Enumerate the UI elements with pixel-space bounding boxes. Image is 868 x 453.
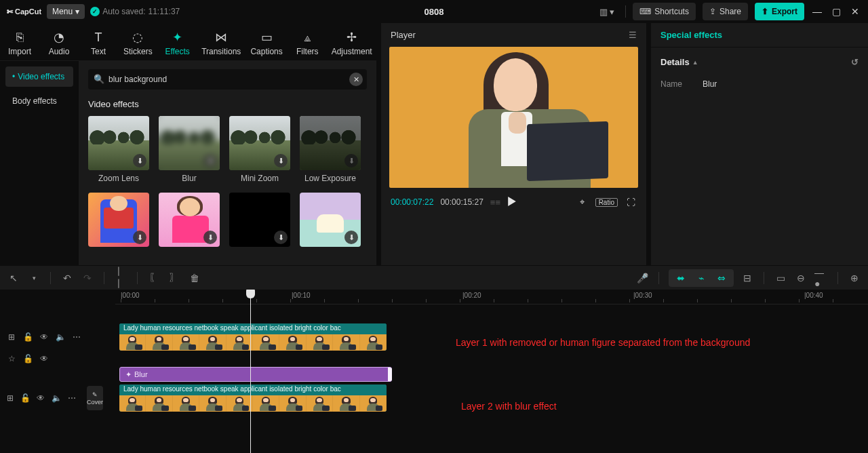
window-minimize[interactable]: — xyxy=(811,6,823,17)
more-icon[interactable]: ⋯ xyxy=(72,332,81,342)
app-logo: ✄ CapCut xyxy=(7,7,41,16)
sidebar-item-body-effects[interactable]: Body effects xyxy=(5,91,73,111)
download-icon[interactable]: ⬇ xyxy=(274,231,288,244)
download-icon[interactable]: ⬇ xyxy=(274,154,288,168)
zoom-out-icon[interactable]: ⊖ xyxy=(794,271,808,285)
zoom-slider[interactable]: —● xyxy=(814,271,828,285)
star-icon[interactable]: ☆ xyxy=(7,354,16,363)
ruler-label: |00:10 xyxy=(292,292,311,299)
delete-icon[interactable]: 🗑 xyxy=(188,271,201,285)
pointer-dropdown-icon[interactable]: ▾ xyxy=(27,271,41,285)
track-row-2: ⊞ 🔓 👁 🔈 ⋯ ✎ Cover Lady human resources n… xyxy=(0,383,868,413)
snap-icon[interactable]: ⬌ xyxy=(674,271,688,285)
zoom-in-icon[interactable]: ⊕ xyxy=(848,271,861,285)
download-icon[interactable]: ⬇ xyxy=(133,154,146,168)
export-button[interactable]: ⬆ Export xyxy=(755,3,804,20)
timeline-toolbar: ↖ ▾ ↶ ↷ 〡〡 〖 〗 🗑 🎤 ⬌ ⌁ ⇔ ⊟ ▭ ⊖ —● ⊕ xyxy=(0,265,868,290)
tab-import[interactable]: ⎘Import xyxy=(0,26,39,60)
tab-stickers[interactable]: ◌Stickers xyxy=(118,26,158,60)
share-button[interactable]: ⇪ Share xyxy=(703,3,748,20)
effects-icon: ✦ xyxy=(170,30,185,45)
split-icon[interactable]: 〡〡 xyxy=(114,271,127,285)
current-time: 00:00:07:22 xyxy=(391,197,433,207)
tab-filters[interactable]: ⟁Filters xyxy=(288,26,327,60)
clear-search-button[interactable]: ✕ xyxy=(349,73,363,86)
window-close[interactable]: ✕ xyxy=(849,6,861,17)
download-icon[interactable]: ⬇ xyxy=(203,231,217,244)
effect-thumb-blur[interactable]: ⬇Blur xyxy=(159,116,220,183)
video-clip-2[interactable]: Lady human resources netbook speak appli… xyxy=(119,385,387,412)
effect-thumb-item-4[interactable]: ⬇ xyxy=(88,193,149,247)
playhead[interactable] xyxy=(250,290,251,453)
chevron-up-icon[interactable]: ▲ xyxy=(692,59,698,66)
search-input[interactable] xyxy=(88,69,367,90)
expand-icon[interactable]: ⊞ xyxy=(7,332,16,342)
player-menu-icon[interactable]: ☰ xyxy=(629,30,637,40)
ratio-button[interactable]: Ratio xyxy=(595,198,618,207)
effect-thumb-item-5[interactable]: ⬇ xyxy=(159,193,220,247)
more-icon[interactable]: ⋯ xyxy=(68,393,76,403)
cover-button[interactable]: ✎ Cover xyxy=(87,386,103,410)
visibility-icon[interactable]: 👁 xyxy=(39,332,49,342)
effect-thumb-mini-zoom[interactable]: ⬇Mini Zoom xyxy=(229,116,290,183)
window-maximize[interactable]: ▢ xyxy=(830,6,842,17)
timeline-area[interactable]: |00:00|00:10|00:20|00:30|00:40 ⊞ 🔓 👁 🔈 ⋯… xyxy=(0,290,868,453)
tab-effects[interactable]: ✦Effects xyxy=(158,26,197,60)
trim-left-icon[interactable]: 〖 xyxy=(147,271,161,285)
effect-thumb-zoom-lens[interactable]: ⬇Zoom Lens xyxy=(88,116,149,183)
effect-thumb-item-7[interactable]: ⬇ xyxy=(300,193,361,247)
fullscreen-icon[interactable]: ⛶ xyxy=(625,196,637,208)
audio-icon[interactable]: 🔈 xyxy=(56,332,65,342)
player-panel: Player ☰ 00:00:07:22 00:00:15:27 ≡≡ ⌖ Ra… xyxy=(380,23,647,265)
check-icon: ✓ xyxy=(90,7,100,16)
time-ruler[interactable]: |00:00|00:10|00:20|00:30|00:40 xyxy=(115,290,868,304)
effect-clip-blur[interactable]: ✦ Blur xyxy=(119,367,392,382)
download-icon[interactable]: ⬇ xyxy=(203,154,217,168)
play-button[interactable] xyxy=(507,197,517,208)
redo-icon[interactable]: ↷ xyxy=(81,271,94,285)
menu-button[interactable]: Menu ▾ xyxy=(47,4,85,19)
name-value: Blur xyxy=(703,79,717,89)
audio-icon[interactable]: 🔈 xyxy=(52,393,61,403)
magnet-icon[interactable]: ⌁ xyxy=(694,271,708,285)
search-icon: 🔍 xyxy=(94,74,104,84)
visibility-icon[interactable]: 👁 xyxy=(37,393,45,403)
trim-right-icon[interactable]: 〗 xyxy=(167,271,181,285)
tab-text[interactable]: TText xyxy=(79,26,118,60)
lock-icon[interactable]: 🔓 xyxy=(23,332,33,342)
captions-icon: ▭ xyxy=(259,30,274,45)
shortcuts-button[interactable]: ⌨ Shortcuts xyxy=(633,3,696,20)
clip-handle-right[interactable] xyxy=(388,368,392,381)
preview-mode-icon[interactable]: ▭ xyxy=(774,271,787,285)
download-icon[interactable]: ⬇ xyxy=(133,231,146,244)
export-icon: ⬆ xyxy=(762,7,768,16)
expand-icon[interactable]: ⊞ xyxy=(7,393,14,403)
tab-captions[interactable]: ▭Captions xyxy=(245,26,288,60)
lock-icon[interactable]: 🔓 xyxy=(20,393,30,403)
effect-thumb-low-exposure[interactable]: ⬇Low Exposure xyxy=(300,116,361,183)
lock-icon[interactable]: 🔓 xyxy=(23,354,33,363)
mic-icon[interactable]: 🎤 xyxy=(635,271,649,285)
properties-panel: Special effects Details ▲ ↺ Name Blur xyxy=(651,23,868,265)
levels-icon[interactable]: ≡≡ xyxy=(490,197,500,208)
download-icon[interactable]: ⬇ xyxy=(344,231,358,244)
reset-icon[interactable]: ↺ xyxy=(851,57,859,67)
pointer-tool-icon[interactable]: ↖ xyxy=(7,271,20,285)
download-icon[interactable]: ⬇ xyxy=(344,154,358,168)
pencil-icon: ✎ xyxy=(92,391,98,398)
tab-audio[interactable]: ◔Audio xyxy=(39,26,79,60)
preview-canvas[interactable] xyxy=(389,47,638,188)
effect-thumb-item-6[interactable]: ⬇ xyxy=(229,193,290,247)
undo-icon[interactable]: ↶ xyxy=(60,271,74,285)
layout-icon[interactable]: ▥ ▾ xyxy=(595,4,619,20)
project-title: 0808 xyxy=(425,7,444,17)
crop-icon[interactable]: ⌖ xyxy=(576,196,589,208)
tab-transitions[interactable]: ⋈Transitions xyxy=(197,26,245,60)
sidebar-item-video-effects[interactable]: •Video effects xyxy=(5,66,73,87)
align-icon[interactable]: ⊟ xyxy=(741,271,754,285)
link-icon[interactable]: ⇔ xyxy=(715,271,728,285)
tab-adjustment[interactable]: ✢Adjustment xyxy=(327,26,376,60)
transitions-icon: ⋈ xyxy=(214,30,229,45)
video-clip-1[interactable]: Lady human resources netbook speak appli… xyxy=(119,323,387,351)
visibility-icon[interactable]: 👁 xyxy=(39,354,49,363)
